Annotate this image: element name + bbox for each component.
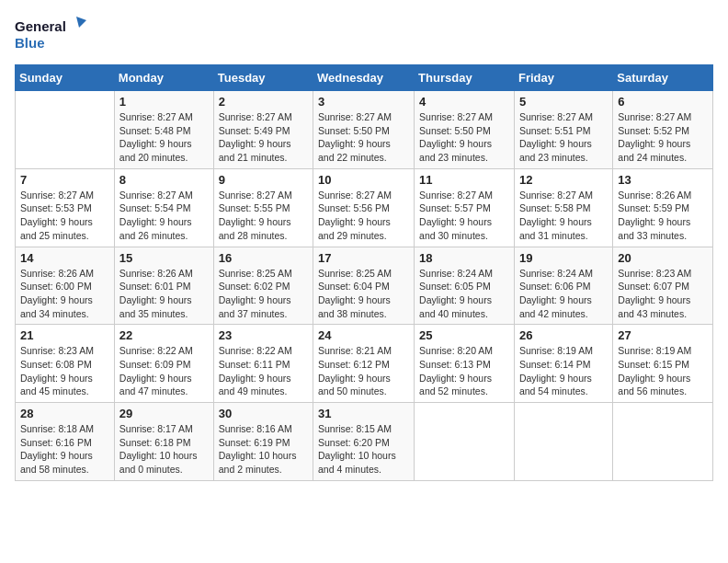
day-number: 17	[318, 251, 409, 265]
day-info: Sunrise: 8:27 AMSunset: 5:58 PMDaylight:…	[519, 189, 608, 243]
day-info: Sunrise: 8:27 AMSunset: 5:53 PMDaylight:…	[20, 189, 109, 243]
day-info: Sunrise: 8:27 AMSunset: 5:52 PMDaylight:…	[618, 110, 708, 165]
day-info: Sunrise: 8:27 AMSunset: 5:51 PMDaylight:…	[519, 110, 608, 165]
calendar-cell: 2Sunrise: 8:27 AMSunset: 5:49 PMDaylight…	[213, 91, 313, 169]
calendar-cell: 28Sunrise: 8:18 AMSunset: 6:16 PMDayligh…	[16, 403, 115, 481]
day-number: 10	[318, 173, 409, 187]
calendar-week-row: 21Sunrise: 8:23 AMSunset: 6:08 PMDayligh…	[16, 325, 713, 403]
day-number: 8	[119, 173, 209, 187]
day-info: Sunrise: 8:20 AMSunset: 6:13 PMDaylight:…	[419, 344, 509, 398]
day-info: Sunrise: 8:26 AMSunset: 6:01 PMDaylight:…	[119, 267, 209, 321]
svg-text:Blue: Blue	[15, 35, 45, 51]
day-info: Sunrise: 8:24 AMSunset: 6:05 PMDaylight:…	[419, 267, 509, 321]
day-number: 20	[618, 251, 708, 265]
day-number: 16	[219, 251, 308, 265]
calendar-cell: 1Sunrise: 8:27 AMSunset: 5:48 PMDaylight…	[114, 91, 213, 169]
header-sunday: Sunday	[16, 65, 115, 91]
day-number: 22	[119, 328, 209, 342]
calendar-cell: 14Sunrise: 8:26 AMSunset: 6:00 PMDayligh…	[16, 247, 115, 325]
calendar-cell: 16Sunrise: 8:25 AMSunset: 6:02 PMDayligh…	[213, 247, 313, 325]
page-header: General Blue	[15, 15, 713, 55]
day-info: Sunrise: 8:15 AMSunset: 6:20 PMDaylight:…	[318, 422, 409, 477]
calendar-cell: 9Sunrise: 8:27 AMSunset: 5:55 PMDaylight…	[213, 168, 313, 247]
day-info: Sunrise: 8:27 AMSunset: 5:57 PMDaylight:…	[419, 189, 509, 243]
day-info: Sunrise: 8:22 AMSunset: 6:09 PMDaylight:…	[119, 344, 209, 398]
day-number: 31	[318, 407, 409, 420]
day-number: 6	[618, 95, 708, 109]
logo: General Blue	[15, 15, 88, 55]
calendar-cell: 8Sunrise: 8:27 AMSunset: 5:54 PMDaylight…	[114, 168, 213, 247]
day-info: Sunrise: 8:27 AMSunset: 5:48 PMDaylight:…	[119, 110, 209, 165]
day-number: 4	[419, 95, 509, 109]
calendar-week-row: 7Sunrise: 8:27 AMSunset: 5:53 PMDaylight…	[16, 168, 713, 247]
day-number: 25	[419, 328, 509, 342]
day-info: Sunrise: 8:27 AMSunset: 5:56 PMDaylight:…	[318, 189, 409, 243]
header-thursday: Thursday	[415, 65, 515, 91]
calendar-cell: 20Sunrise: 8:23 AMSunset: 6:07 PMDayligh…	[613, 247, 713, 325]
day-info: Sunrise: 8:23 AMSunset: 6:08 PMDaylight:…	[20, 344, 109, 398]
header-saturday: Saturday	[613, 65, 713, 91]
calendar-cell	[415, 403, 515, 481]
day-info: Sunrise: 8:27 AMSunset: 5:49 PMDaylight:…	[219, 110, 308, 165]
day-info: Sunrise: 8:16 AMSunset: 6:19 PMDaylight:…	[219, 422, 308, 477]
calendar-cell: 25Sunrise: 8:20 AMSunset: 6:13 PMDayligh…	[415, 325, 515, 403]
day-number: 14	[20, 251, 109, 265]
header-monday: Monday	[114, 65, 213, 91]
calendar-cell	[16, 91, 115, 169]
day-info: Sunrise: 8:23 AMSunset: 6:07 PMDaylight:…	[618, 267, 708, 321]
day-number: 26	[519, 328, 608, 342]
day-number: 28	[20, 407, 109, 420]
logo-svg: General Blue	[15, 15, 88, 55]
day-number: 27	[618, 328, 708, 342]
day-number: 13	[618, 173, 708, 187]
calendar-header-row: SundayMondayTuesdayWednesdayThursdayFrid…	[16, 65, 713, 91]
calendar-cell: 22Sunrise: 8:22 AMSunset: 6:09 PMDayligh…	[114, 325, 213, 403]
day-number: 15	[119, 251, 209, 265]
calendar-cell: 24Sunrise: 8:21 AMSunset: 6:12 PMDayligh…	[313, 325, 415, 403]
day-number: 9	[219, 173, 308, 187]
header-tuesday: Tuesday	[213, 65, 313, 91]
calendar-cell: 5Sunrise: 8:27 AMSunset: 5:51 PMDaylight…	[514, 91, 612, 169]
day-number: 18	[419, 251, 509, 265]
day-info: Sunrise: 8:19 AMSunset: 6:14 PMDaylight:…	[519, 344, 608, 398]
day-number: 5	[519, 95, 608, 109]
calendar-cell: 29Sunrise: 8:17 AMSunset: 6:18 PMDayligh…	[114, 403, 213, 481]
calendar-cell: 19Sunrise: 8:24 AMSunset: 6:06 PMDayligh…	[514, 247, 612, 325]
calendar-cell: 4Sunrise: 8:27 AMSunset: 5:50 PMDaylight…	[415, 91, 515, 169]
day-info: Sunrise: 8:25 AMSunset: 6:02 PMDaylight:…	[219, 267, 308, 321]
day-number: 12	[519, 173, 608, 187]
calendar-cell: 27Sunrise: 8:19 AMSunset: 6:15 PMDayligh…	[613, 325, 713, 403]
header-wednesday: Wednesday	[313, 65, 415, 91]
day-number: 23	[219, 328, 308, 342]
day-info: Sunrise: 8:26 AMSunset: 6:00 PMDaylight:…	[20, 267, 109, 321]
calendar-cell: 18Sunrise: 8:24 AMSunset: 6:05 PMDayligh…	[415, 247, 515, 325]
calendar-cell: 15Sunrise: 8:26 AMSunset: 6:01 PMDayligh…	[114, 247, 213, 325]
calendar-cell: 13Sunrise: 8:26 AMSunset: 5:59 PMDayligh…	[613, 168, 713, 247]
calendar-cell: 7Sunrise: 8:27 AMSunset: 5:53 PMDaylight…	[16, 168, 115, 247]
day-info: Sunrise: 8:27 AMSunset: 5:50 PMDaylight:…	[318, 110, 409, 165]
day-info: Sunrise: 8:27 AMSunset: 5:54 PMDaylight:…	[119, 189, 209, 243]
day-number: 11	[419, 173, 509, 187]
calendar-cell: 21Sunrise: 8:23 AMSunset: 6:08 PMDayligh…	[16, 325, 115, 403]
day-number: 29	[119, 407, 209, 420]
day-number: 30	[219, 407, 308, 420]
day-number: 7	[20, 173, 109, 187]
day-info: Sunrise: 8:27 AMSunset: 5:55 PMDaylight:…	[219, 189, 308, 243]
svg-marker-2	[76, 17, 86, 28]
day-number: 2	[219, 95, 308, 109]
day-info: Sunrise: 8:27 AMSunset: 5:50 PMDaylight:…	[419, 110, 509, 165]
day-number: 21	[20, 328, 109, 342]
calendar-cell: 23Sunrise: 8:22 AMSunset: 6:11 PMDayligh…	[213, 325, 313, 403]
day-info: Sunrise: 8:18 AMSunset: 6:16 PMDaylight:…	[20, 422, 109, 477]
calendar-table: SundayMondayTuesdayWednesdayThursdayFrid…	[15, 64, 713, 481]
day-info: Sunrise: 8:24 AMSunset: 6:06 PMDaylight:…	[519, 267, 608, 321]
calendar-cell: 11Sunrise: 8:27 AMSunset: 5:57 PMDayligh…	[415, 168, 515, 247]
svg-text:General: General	[15, 18, 66, 34]
calendar-cell: 26Sunrise: 8:19 AMSunset: 6:14 PMDayligh…	[514, 325, 612, 403]
calendar-cell: 31Sunrise: 8:15 AMSunset: 6:20 PMDayligh…	[313, 403, 415, 481]
calendar-cell: 3Sunrise: 8:27 AMSunset: 5:50 PMDaylight…	[313, 91, 415, 169]
calendar-cell	[613, 403, 713, 481]
day-info: Sunrise: 8:26 AMSunset: 5:59 PMDaylight:…	[618, 189, 708, 243]
day-number: 3	[318, 95, 409, 109]
calendar-cell	[514, 403, 612, 481]
